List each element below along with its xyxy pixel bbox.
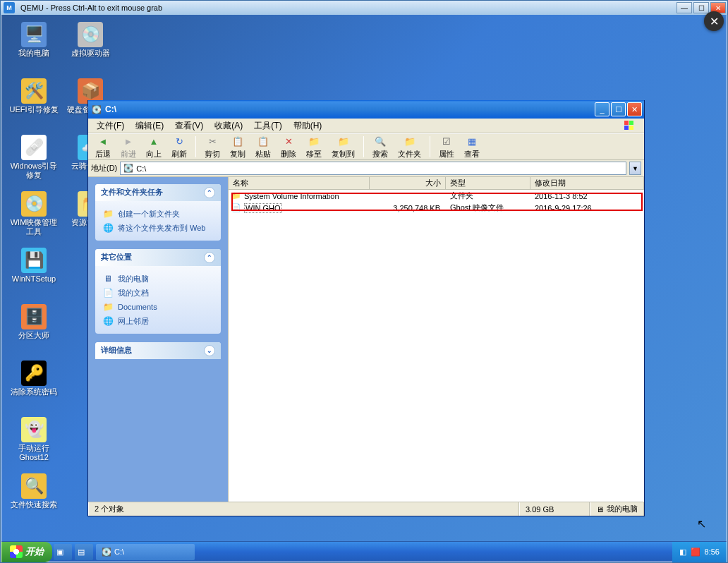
link-icon: 📁 [102, 301, 114, 313]
quicklaunch-item[interactable]: ▤ [75, 544, 93, 560]
column-name[interactable]: 名称 [229, 177, 370, 189]
overlay-close-button[interactable]: ✕ [704, 11, 724, 31]
column-size[interactable]: 大小 [370, 177, 446, 189]
menu-item[interactable]: 查看(V) [169, 119, 209, 133]
toolbar-button[interactable]: 📁文件夹 [394, 134, 425, 160]
menu-item[interactable]: 编辑(E) [130, 119, 169, 133]
toolbar-button[interactable]: ▦查看 [460, 134, 484, 160]
system-tray[interactable]: ◧ 🟥 8:56 [672, 542, 727, 562]
toolbar-label: 删除 [281, 149, 296, 159]
toolbar-button[interactable]: ▲向上 [142, 134, 166, 160]
sidebar-place-link[interactable]: 🌐网上邻居 [102, 314, 214, 328]
toolbar-icon: ▦ [465, 135, 479, 149]
desktop-icon[interactable]: 💾WinNTSetup [6, 245, 62, 301]
toolbar-icon: ◄ [96, 135, 110, 149]
explorer-titlebar[interactable]: C:\ _ ☐ ✕ [88, 100, 644, 119]
desktop-icon[interactable]: 🗄️分区大师 [6, 301, 62, 358]
menu-item[interactable]: 收藏(A) [209, 119, 248, 133]
qemu-titlebar[interactable]: M QEMU - Press Ctrl-Alt to exit mouse gr… [1, 1, 727, 15]
tasks-panel-body: 📁创建一个新文件夹🌐将这个文件夹发布到 Web [95, 201, 221, 241]
toolbar-icon: 🔍 [373, 135, 387, 149]
sidebar-task-link[interactable]: 🌐将这个文件夹发布到 Web [102, 221, 214, 235]
desktop-icon[interactable]: 👻手动运行Ghost12 [6, 414, 62, 471]
link-label: 创建一个新文件夹 [118, 209, 180, 219]
icon-label: 文件快速搜索 [11, 500, 57, 509]
toolbar-label: 移至 [306, 149, 322, 159]
menu-item[interactable]: 工具(T) [248, 119, 287, 133]
column-date[interactable]: 修改日期 [530, 177, 644, 189]
start-button[interactable]: 开始 [1, 542, 52, 562]
toolbar-icon: ✕ [281, 135, 296, 149]
toolbar-icon: ↻ [172, 135, 186, 149]
drive-icon [123, 164, 133, 173]
explorer-window: C:\ _ ☐ ✕ 文件(F)编辑(E)查看(V)收藏(A)工具(T)帮助(H)… [87, 100, 645, 516]
qemu-min-button[interactable]: — [677, 2, 692, 13]
toolbar-label: 前进 [121, 149, 136, 159]
details-panel: 详细信息 ⌄ [95, 342, 221, 359]
menu-item[interactable]: 文件(F) [91, 119, 130, 133]
toolbar-separator [195, 136, 196, 157]
task-icon: ▣ [56, 547, 63, 557]
quicklaunch-item[interactable]: ▣ [54, 544, 72, 560]
desktop-icon[interactable]: 🩹Widnows引导修复 [6, 132, 62, 188]
desktop-icon[interactable]: 💿虚拟驱动器 [62, 19, 119, 75]
tray-icon: ◧ [679, 547, 686, 557]
toolbar-label: 后退 [95, 149, 111, 159]
toolbar-icon: 📁 [307, 135, 321, 149]
start-label: 开始 [25, 545, 44, 558]
toolbar-button[interactable]: 📋粘贴 [251, 134, 275, 160]
toolbar-button[interactable]: ✕删除 [277, 134, 301, 160]
toolbar-label: 向上 [146, 149, 162, 159]
toolbar-button[interactable]: ✂剪切 [200, 134, 224, 160]
toolbar-button[interactable]: 📁复制到 [327, 134, 359, 160]
xp-taskbar: 开始 ▣▤💽C:\ ◧ 🟥 8:56 [1, 541, 727, 562]
address-dropdown[interactable]: ▼ [629, 162, 641, 175]
toolbar-button[interactable]: 🔍搜索 [368, 134, 392, 160]
toolbar-button[interactable]: ☑属性 [435, 134, 459, 160]
column-type[interactable]: 类型 [446, 177, 530, 189]
explorer-menubar: 文件(F)编辑(E)查看(V)收藏(A)工具(T)帮助(H) [88, 119, 644, 133]
sidebar-place-link[interactable]: 📄我的文档 [102, 286, 214, 300]
status-count: 2 个对象 [88, 502, 519, 516]
app-icon: 🩹 [21, 135, 47, 160]
tasks-panel-header[interactable]: 文件和文件夹任务 ⌃ [95, 184, 221, 201]
toolbar-icon: 📁 [403, 135, 417, 149]
explorer-max-button[interactable]: ☐ [611, 102, 626, 116]
toolbar-label: 粘贴 [255, 149, 271, 159]
sidebar-place-link[interactable]: 🖥我的电脑 [102, 272, 214, 286]
explorer-min-button[interactable]: _ [595, 102, 609, 116]
toolbar-button[interactable]: 📋复制 [226, 134, 250, 160]
annotation-highlight [231, 193, 643, 211]
explorer-close-button[interactable]: ✕ [627, 102, 642, 116]
xp-desktop[interactable]: 🖥️我的电脑💿虚拟驱动器🛠️UEFI引导修复📦硬盘备份还原🩹Widnows引导修… [1, 15, 727, 541]
status-location: 我的电脑 [590, 502, 644, 516]
link-icon: 🌐 [102, 315, 114, 327]
desktop-icon[interactable]: 🔍文件快速搜索 [6, 471, 62, 527]
toolbar-button[interactable]: ↻刷新 [167, 134, 191, 160]
file-list-header: 名称 大小 类型 修改日期 [229, 177, 644, 190]
desktop-icon[interactable]: 🔑清除系统密码 [6, 358, 62, 414]
toolbar-button[interactable]: ◄后退 [91, 134, 115, 160]
details-panel-header[interactable]: 详细信息 ⌄ [95, 342, 221, 359]
other-panel-header[interactable]: 其它位置 ⌃ [95, 249, 221, 266]
qemu-max-button[interactable]: ☐ [693, 2, 709, 13]
desktop-icon[interactable]: 🖥️我的电脑 [6, 19, 62, 75]
desktop-icon[interactable]: 🛠️UEFI引导修复 [6, 75, 62, 132]
desktop-icon[interactable]: 💿WIM映像管理工具 [6, 188, 62, 245]
toolbar-icon: ► [121, 135, 135, 149]
toolbar-icon: ✂ [205, 135, 219, 149]
toolbar-button[interactable]: 📁移至 [302, 134, 326, 160]
explorer-body: 文件和文件夹任务 ⌃ 📁创建一个新文件夹🌐将这个文件夹发布到 Web 其它位置 … [88, 177, 644, 502]
address-label: 地址(D) [91, 163, 117, 174]
explorer-addressbar: 地址(D) C:\ ▼ [88, 160, 644, 177]
address-input[interactable]: C:\ [120, 162, 626, 175]
toolbar-icon: 📋 [231, 135, 245, 149]
taskbar-item[interactable]: 💽C:\ [96, 544, 195, 560]
task-label: C:\ [114, 547, 124, 556]
menu-item[interactable]: 帮助(H) [288, 119, 328, 133]
app-icon: 💿 [21, 191, 47, 217]
sidebar-place-link[interactable]: 📁Documents [102, 300, 214, 314]
toolbar-label: 刷新 [171, 149, 187, 159]
task-icon: 💽 [102, 547, 111, 557]
sidebar-task-link[interactable]: 📁创建一个新文件夹 [102, 207, 214, 221]
